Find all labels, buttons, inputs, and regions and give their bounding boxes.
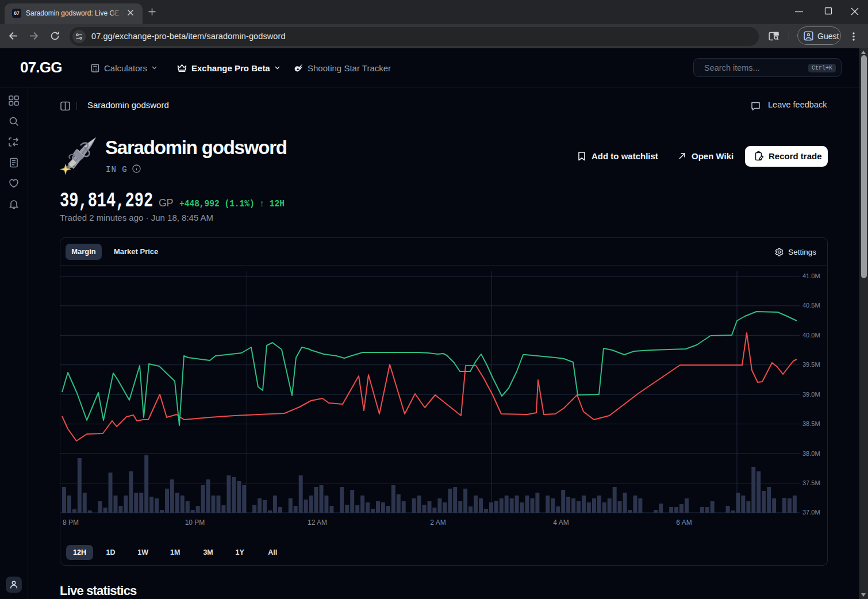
svg-text:39.0M: 39.0M: [802, 391, 820, 398]
svg-text:37.5M: 37.5M: [802, 479, 820, 486]
svg-text:10 PM: 10 PM: [185, 519, 205, 527]
svg-text:37.0M: 37.0M: [802, 509, 820, 516]
svg-text:12 AM: 12 AM: [308, 519, 327, 527]
svg-text:40.0M: 40.0M: [802, 332, 820, 339]
svg-text:8 PM: 8 PM: [63, 519, 79, 527]
svg-text:6 AM: 6 AM: [676, 519, 692, 527]
svg-text:38.0M: 38.0M: [802, 450, 820, 457]
svg-text:40.5M: 40.5M: [802, 302, 820, 309]
svg-text:4 AM: 4 AM: [553, 519, 569, 527]
svg-text:39.5M: 39.5M: [802, 361, 820, 368]
svg-text:41.0M: 41.0M: [802, 272, 820, 279]
svg-text:2 AM: 2 AM: [430, 519, 445, 527]
svg-text:38.5M: 38.5M: [802, 420, 820, 427]
